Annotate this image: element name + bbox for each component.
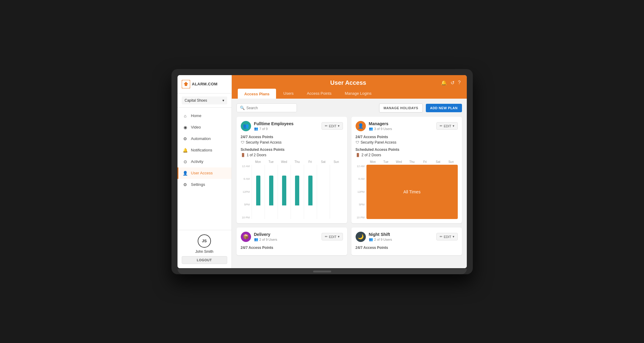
shield-icon: 🛡	[241, 140, 244, 145]
user-name: John Smith	[182, 249, 227, 254]
chart-col-mon	[252, 165, 265, 219]
sidebar: ALARM.COM Capital Shoes ▾ ⌂ Home ◉ Vi	[177, 75, 232, 268]
card-title-delivery: Delivery	[254, 232, 277, 237]
card-icon-delivery: 📦	[241, 232, 251, 242]
chart-bar	[308, 176, 313, 205]
manage-holidays-button[interactable]: MANAGE HOLIDAYS	[379, 103, 423, 113]
toolbar: 🔍 MANAGE HOLIDAYS ADD NEW PLAN	[237, 103, 462, 113]
sidebar-item-activity[interactable]: ⊙ Activity	[177, 156, 231, 167]
account-name: Capital Shoes	[185, 98, 207, 103]
doors-value: 🚪 1 of 2 Doors	[241, 153, 343, 157]
access-247-label-managers: 24/7 Access Points	[356, 135, 458, 139]
all-times-block: All Times	[366, 165, 458, 219]
chart-day-label: Sat	[317, 160, 330, 164]
sidebar-item-label: Notifications	[191, 148, 212, 152]
sidebar-item-automation[interactable]: ⚙ Automation	[177, 133, 231, 145]
card-icon-night-shift: 🌙	[356, 232, 366, 242]
user-access-icon: 👤	[183, 170, 188, 176]
door-icon: 🚪	[356, 153, 360, 157]
card-subtitle-night-shift: 👥 2 of 9 Users	[369, 237, 392, 241]
search-box[interactable]: 🔍	[237, 103, 297, 112]
brand-name: ALARM.COM	[192, 82, 218, 86]
shield-icon: 🛡	[356, 140, 359, 145]
pencil-icon: ✏	[440, 124, 442, 128]
security-panel-managers: 🛡 Security Panel Access	[356, 140, 458, 145]
page-title: User Access	[256, 79, 441, 86]
sidebar-item-home[interactable]: ⌂ Home	[177, 110, 231, 122]
laptop-notch	[313, 271, 331, 272]
doors-managers: 🚪 2 of 2 Doors	[356, 153, 458, 157]
sidebar-item-label: Settings	[191, 182, 205, 187]
edit-button-fulltime[interactable]: ✏ EDIT ▾	[322, 122, 343, 130]
chart-day-label: Tue	[379, 160, 392, 164]
home-icon: ⌂	[183, 113, 188, 119]
chart-col-wed	[278, 165, 291, 219]
chart-col-tue	[265, 165, 278, 219]
sidebar-item-label: User Access	[191, 171, 213, 175]
scheduled-access-label: Scheduled Access Points	[241, 148, 343, 152]
chart-day-label: Sat	[432, 160, 445, 164]
card-delivery: 📦 Delivery 👥 2 of 9 Users	[237, 227, 347, 255]
sidebar-item-notifications[interactable]: 🔔 Notifications	[177, 145, 231, 156]
app-logo: ALARM.COM	[177, 75, 231, 94]
edit-button-managers[interactable]: ✏ EDIT ▾	[436, 122, 457, 130]
pencil-icon: ✏	[325, 235, 328, 239]
sidebar-item-label: Automation	[191, 136, 211, 141]
card-title-night-shift: Night Shift	[369, 232, 392, 237]
chart-col-thu	[291, 165, 303, 219]
card-title-managers: Managers	[369, 121, 392, 126]
account-dropdown[interactable]: Capital Shoes ▾	[182, 97, 227, 104]
notification-icon[interactable]: 🔔	[441, 80, 447, 86]
settings-icon: ⚙	[183, 182, 188, 187]
refresh-icon[interactable]: ↺	[451, 80, 454, 86]
sidebar-item-user-access[interactable]: 👤 User Access	[177, 167, 231, 179]
logout-button[interactable]: LOGOUT	[182, 256, 227, 264]
door-icon: 🚪	[241, 153, 245, 157]
add-new-plan-button[interactable]: ADD NEW PLAN	[426, 104, 462, 112]
chart-bar	[269, 176, 273, 205]
sidebar-item-video[interactable]: ◉ Video	[177, 122, 231, 133]
automation-icon: ⚙	[183, 136, 188, 141]
card-icon-managers: 👤	[356, 121, 366, 131]
tab-users[interactable]: Users	[277, 89, 300, 99]
chart-day-label: Mon	[252, 160, 265, 164]
chevron-down-icon: ▾	[222, 98, 224, 103]
access-plans-grid: 👥 Fulltime Employees 👥 7 of 9	[237, 117, 462, 255]
chart-day-label: Sun	[445, 160, 457, 164]
edit-button-delivery[interactable]: ✏ EDIT ▾	[322, 233, 343, 240]
tab-access-points[interactable]: Access Points	[301, 89, 338, 99]
chart-col-sun	[330, 165, 343, 219]
chart-y-axis-managers: 12 AM 9 AM 12PM 5PM 10 PM	[356, 165, 366, 219]
chevron-down-icon: ▾	[338, 124, 340, 128]
chevron-down-icon: ▾	[338, 235, 340, 239]
chart-col-fri	[304, 165, 317, 219]
chart-day-label: Wed	[278, 160, 291, 164]
header-actions: 🔔 ↺ ?	[441, 80, 461, 86]
access-247-label-night-shift: 24/7 Access Points	[356, 246, 458, 250]
sidebar-navigation: ⌂ Home ◉ Video ⚙ Automation 🔔 Notificati…	[177, 108, 231, 230]
search-icon: 🔍	[240, 106, 245, 110]
security-panel-value: 🛡 Security Panel Access	[241, 140, 343, 145]
chart-day-label: Wed	[392, 160, 405, 164]
help-icon[interactable]: ?	[458, 80, 461, 85]
chart-bar	[282, 176, 286, 205]
tab-manage-logins[interactable]: Manage Logins	[339, 89, 378, 99]
chart-col-sat	[317, 165, 330, 219]
chart-day-label: Thu	[405, 160, 418, 164]
edit-button-night-shift[interactable]: ✏ EDIT ▾	[436, 233, 457, 240]
sidebar-item-settings[interactable]: ⚙ Settings	[177, 179, 231, 190]
user-profile-section: JS John Smith LOGOUT	[177, 230, 231, 268]
access-247-label-delivery: 24/7 Access Points	[241, 246, 343, 250]
schedule-chart-managers: Mon Tue Wed Thu Fri Sat Sun	[356, 160, 458, 219]
card-subtitle-delivery: 👥 2 of 9 Users	[254, 237, 277, 241]
page-header: User Access 🔔 ↺ ? Access Plans Users	[232, 75, 467, 99]
chart-day-label: Mon	[366, 160, 379, 164]
card-fulltime-employees: 👥 Fulltime Employees 👥 7 of 9	[237, 117, 347, 223]
search-input[interactable]	[247, 106, 294, 110]
video-icon: ◉	[183, 125, 188, 130]
tab-access-plans[interactable]: Access Plans	[238, 89, 276, 99]
chevron-down-icon: ▾	[453, 235, 454, 239]
chart-columns	[252, 165, 343, 219]
schedule-chart-fulltime: Mon Tue Wed Thu Fri Sat Sun	[241, 160, 343, 219]
card-managers: 👤 Managers 👥 3 of 9 Users	[351, 117, 462, 223]
